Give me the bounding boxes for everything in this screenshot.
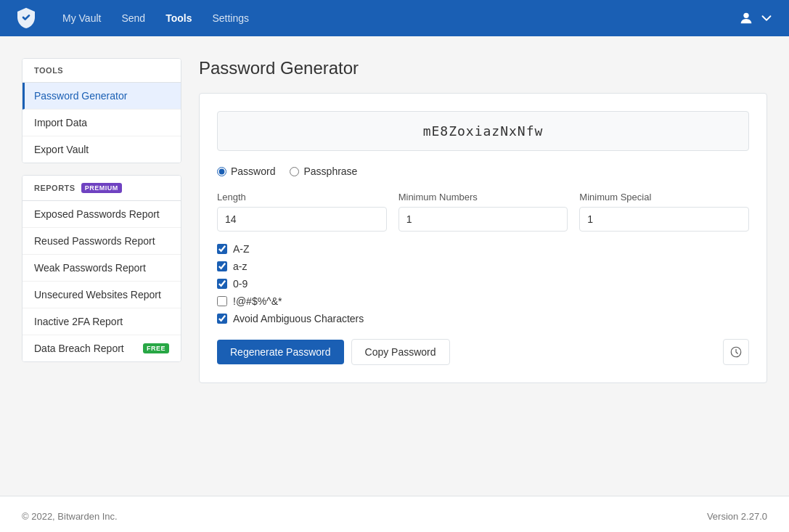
nav-tools[interactable]: Tools [158,8,199,28]
checkbox-az-label[interactable]: A-Z [217,243,749,255]
nav-send[interactable]: Send [114,8,152,28]
radio-password-label[interactable]: Password [217,165,275,177]
tools-label: TOOLS [34,66,63,75]
sidebar-item-weak-passwords[interactable]: Weak Passwords Report [23,255,181,282]
tools-section-header: TOOLS [23,59,181,83]
min-special-field-group: Minimum Special [579,192,749,232]
min-numbers-input[interactable] [398,207,568,232]
main-container: TOOLS Password Generator Import Data Exp… [0,36,789,474]
reports-section-header: REPORTS PREMIUM [23,176,181,201]
nav-settings[interactable]: Settings [205,8,256,28]
actions-row: Regenerate Password Copy Password [217,339,749,365]
nav-my-vault[interactable]: My Vault [55,8,108,28]
min-special-label: Minimum Special [579,192,749,202]
sidebar-item-password-generator[interactable]: Password Generator [23,83,181,110]
radio-passphrase-label[interactable]: Passphrase [290,165,357,177]
length-input[interactable] [217,207,387,232]
sidebar-item-exposed-passwords[interactable]: Exposed Passwords Report [23,201,181,228]
premium-badge: PREMIUM [81,183,122,193]
radio-password[interactable] [217,167,226,176]
checkbox-special[interactable] [217,296,227,306]
footer-copyright: © 2022, Bitwarden Inc. [22,511,118,522]
checkbox-az-lower[interactable] [217,261,227,271]
checkbox-09[interactable] [217,279,227,289]
logo[interactable] [15,6,38,31]
checkbox-ambiguous-label[interactable]: Avoid Ambiguous Characters [217,313,749,324]
user-icon [738,10,754,26]
min-special-input[interactable] [579,207,749,232]
sidebar-item-inactive-2fa[interactable]: Inactive 2FA Report [23,308,181,335]
length-field-group: Length [217,192,387,232]
header: My Vault Send Tools Settings [0,0,789,36]
min-numbers-field-group: Minimum Numbers [398,192,568,232]
history-button[interactable] [723,339,749,365]
checkbox-special-label[interactable]: !@#$%^&* [217,295,749,307]
checkbox-ambiguous[interactable] [217,314,227,324]
generated-password-display: mE8ZoxiazNxNfw [217,111,749,151]
sidebar-item-unsecured-websites[interactable]: Unsecured Websites Report [23,282,181,308]
type-radio-group: Password Passphrase [217,165,749,177]
checkbox-az-lower-label[interactable]: a-z [217,261,749,272]
checkbox-group: A-Z a-z 0-9 !@#$%^&* Avoid Ambiguous Cha… [217,243,749,324]
sidebar-item-import-data[interactable]: Import Data [23,110,181,136]
content-area: Password Generator mE8ZoxiazNxNfw Passwo… [199,58,767,474]
sidebar: TOOLS Password Generator Import Data Exp… [22,58,181,474]
page-title: Password Generator [199,58,767,78]
fields-row: Length Minimum Numbers Minimum Special [217,192,749,232]
regenerate-password-button[interactable]: Regenerate Password [217,340,344,364]
sidebar-item-export-vault[interactable]: Export Vault [23,136,181,163]
svg-point-0 [743,13,748,18]
checkbox-az[interactable] [217,244,227,254]
user-menu[interactable] [738,10,774,26]
history-icon [729,345,743,359]
main-nav: My Vault Send Tools Settings [55,8,721,28]
checkbox-09-label[interactable]: 0-9 [217,278,749,290]
radio-passphrase[interactable] [290,167,299,176]
sidebar-item-reused-passwords[interactable]: Reused Passwords Report [23,228,181,255]
tools-section: TOOLS Password Generator Import Data Exp… [22,58,181,163]
reports-section: REPORTS PREMIUM Exposed Passwords Report… [22,175,181,362]
min-numbers-label: Minimum Numbers [398,192,568,202]
footer: © 2022, Bitwarden Inc. Version 2.27.0 [0,496,789,532]
length-label: Length [217,192,387,202]
generator-box: mE8ZoxiazNxNfw Password Passphrase Lengt… [199,93,767,383]
sidebar-item-data-breach[interactable]: Data Breach Report FREE [23,335,181,361]
footer-version: Version 2.27.0 [707,511,767,522]
reports-label: REPORTS [34,184,75,192]
copy-password-button[interactable]: Copy Password [351,339,450,365]
chevron-down-icon [759,10,774,26]
free-badge: FREE [143,343,169,353]
